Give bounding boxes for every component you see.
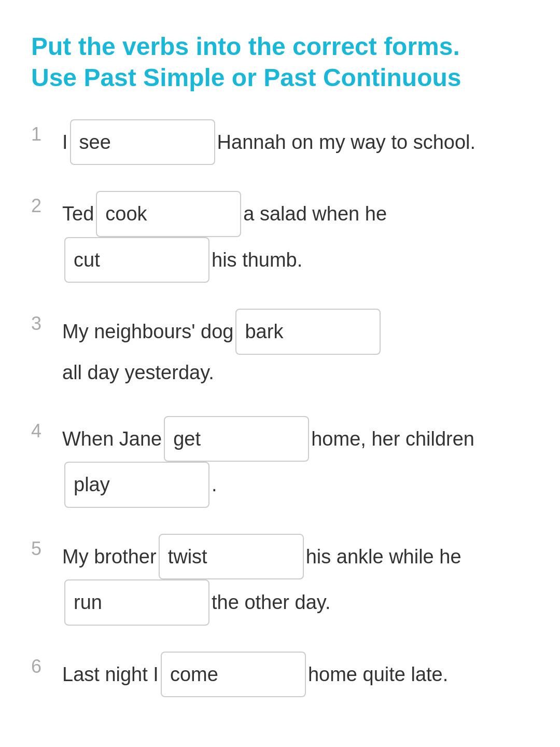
exercise-text-segment: his thumb. (212, 242, 302, 278)
exercise-number-3: 3 (31, 309, 62, 335)
exercise-number-6: 6 (31, 652, 62, 677)
answer-input-5-3[interactable]: run (64, 579, 209, 625)
exercise-content-2: Ted cook a salad when hecut his thumb. (62, 191, 529, 283)
exercise-content-1: I see Hannah on my way to school. (62, 119, 529, 165)
answer-input-4-3[interactable]: play (64, 462, 209, 507)
exercise-line: My brother twist his ankle while he run … (62, 534, 529, 626)
exercise-row-2: 2Ted cook a salad when hecut his thumb. (31, 191, 529, 283)
exercise-row-6: 6Last night I come home quite late. (31, 652, 529, 697)
answer-input-3-1[interactable]: bark (235, 309, 381, 354)
exercise-line: cut his thumb. (62, 237, 529, 283)
exercise-text-segment: I (62, 125, 68, 160)
answer-input-2-1[interactable]: cook (96, 191, 241, 237)
exercise-line: Last night I come home quite late. (62, 652, 529, 697)
exercise-text-segment: Last night I (62, 657, 159, 692)
exercise-line: I see Hannah on my way to school. (62, 119, 529, 165)
exercise-text-segment: home, her children (311, 421, 474, 457)
exercise-line: Ted cook a salad when he (62, 191, 529, 237)
exercise-content-6: Last night I come home quite late. (62, 652, 529, 697)
exercise-text-segment: his ankle while he (306, 539, 461, 574)
exercise-text-segment: the other day. (212, 585, 331, 620)
exercise-text-segment: My brother (62, 539, 157, 574)
exercise-row-5: 5My brother twist his ankle while he run… (31, 534, 529, 626)
exercise-text-segment: Hannah on my way to school. (217, 125, 476, 160)
exercise-row-4: 4When Jane get home, her children play. (31, 416, 529, 508)
exercise-text-segment: home quite late. (308, 657, 448, 692)
exercise-text-segment: When Jane (62, 421, 162, 457)
exercise-number-4: 4 (31, 416, 62, 442)
exercise-content-5: My brother twist his ankle while he run … (62, 534, 529, 626)
exercise-line: When Jane get home, her children play. (62, 416, 529, 508)
exercise-text-segment: My neighbours' dog (62, 314, 233, 349)
exercise-line: My neighbours' dog bark all day yesterda… (62, 309, 529, 390)
exercise-text-segment: Ted (62, 196, 94, 231)
exercises-container: 1I see Hannah on my way to school.2Ted c… (31, 119, 529, 723)
answer-input-5-1[interactable]: twist (159, 534, 304, 579)
exercise-row-1: 1I see Hannah on my way to school. (31, 119, 529, 165)
exercise-content-4: When Jane get home, her children play. (62, 416, 529, 508)
exercise-row-3: 3My neighbours' dog bark all day yesterd… (31, 309, 529, 390)
answer-input-6-1[interactable]: come (161, 652, 306, 697)
exercise-number-1: 1 (31, 119, 62, 145)
exercise-text-segment: a salad when he (243, 196, 387, 231)
exercise-number-5: 5 (31, 534, 62, 560)
exercise-number-2: 2 (31, 191, 62, 217)
answer-input-2-4[interactable]: cut (64, 237, 209, 283)
exercise-text-segment: all day yesterday. (62, 355, 214, 390)
page-title: Put the verbs into the correct forms. Us… (31, 31, 529, 93)
exercise-text-segment: . (212, 467, 217, 502)
answer-input-4-1[interactable]: get (164, 416, 309, 462)
answer-input-1-1[interactable]: see (70, 119, 215, 165)
exercise-content-3: My neighbours' dog bark all day yesterda… (62, 309, 529, 390)
page-container: Put the verbs into the correct forms. Us… (31, 31, 529, 723)
